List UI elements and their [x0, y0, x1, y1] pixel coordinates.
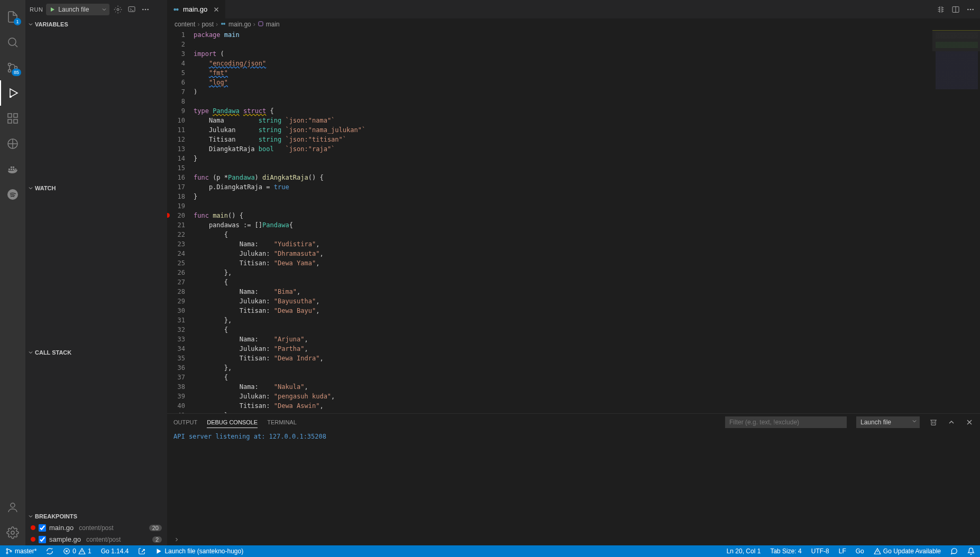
explorer-icon[interactable]: 1 — [0, 4, 25, 30]
spotify-icon[interactable] — [0, 182, 25, 207]
activity-bar: 1 85 — [0, 0, 25, 545]
breakpoint-checkbox[interactable] — [39, 536, 46, 543]
tab-main-go[interactable]: main.go — [167, 0, 226, 18]
svg-point-4 — [10, 96, 12, 98]
debug-sidebar: RUN Launch file VARIABLES — [25, 0, 167, 545]
settings-gear-icon[interactable] — [0, 520, 25, 545]
svg-point-12 — [11, 531, 14, 534]
svg-point-13 — [117, 8, 119, 11]
variables-body — [25, 30, 167, 182]
svg-point-23 — [972, 8, 974, 10]
watch-body — [25, 194, 167, 346]
launch-config-select[interactable]: Launch file — [46, 4, 109, 15]
notifications-icon[interactable] — [965, 545, 977, 557]
editor-area: main.go content› post› main.go› main 123… — [167, 0, 980, 545]
go-version[interactable]: Go 1.14.4 — [99, 545, 131, 557]
clear-icon[interactable] — [929, 418, 938, 426]
split-editor-icon[interactable] — [951, 5, 960, 14]
code-editor[interactable]: 1234567891011121314151617181920212223242… — [167, 30, 980, 413]
svg-rect-7 — [8, 119, 12, 123]
docker-icon[interactable] — [0, 156, 25, 182]
breakpoint-dot-icon — [31, 537, 35, 542]
tab-output[interactable]: OUTPUT — [173, 417, 197, 428]
svg-point-15 — [142, 8, 144, 10]
svg-point-29 — [10, 551, 12, 552]
git-branch[interactable]: master* — [3, 545, 39, 557]
run-debug-icon[interactable] — [0, 80, 25, 106]
tab-bar: main.go — [167, 0, 980, 18]
svg-rect-6 — [14, 114, 17, 117]
feedback-icon[interactable] — [948, 545, 960, 557]
svg-point-25 — [223, 23, 225, 25]
compare-icon[interactable] — [937, 5, 945, 14]
svg-point-22 — [970, 8, 972, 10]
breakpoints-body: main.go content/post 20 sample.go conten… — [25, 522, 167, 545]
run-title: RUN — [30, 6, 43, 13]
go-file-icon — [220, 21, 226, 29]
bottom-panel: OUTPUT DEBUG CONSOLE TERMINAL Launch fil… — [167, 413, 980, 545]
svg-point-1 — [8, 63, 11, 66]
watch-header[interactable]: WATCH — [25, 182, 167, 194]
svg-rect-8 — [14, 119, 17, 123]
breakpoint-checkbox[interactable] — [39, 524, 46, 532]
problems[interactable]: 0 1 — [61, 545, 93, 557]
svg-point-2 — [8, 70, 11, 72]
more-icon[interactable] — [966, 5, 975, 14]
source-control-icon[interactable]: 85 — [0, 55, 25, 80]
gear-icon[interactable] — [113, 4, 123, 15]
go-file-icon — [172, 6, 180, 13]
close-icon[interactable] — [965, 418, 974, 426]
status-bar: master* 0 1 Go 1.14.4 Launch file (sante… — [0, 545, 980, 557]
tab-size[interactable]: Tab Size: 4 — [768, 545, 803, 557]
debug-console-output: API server listening at: 127.0.0.1:35208 — [167, 431, 980, 534]
svg-point-16 — [145, 8, 146, 10]
tab-terminal[interactable]: TERMINAL — [267, 417, 297, 428]
language-mode[interactable]: Go — [854, 545, 866, 557]
chevron-up-icon[interactable] — [947, 418, 956, 426]
scm-badge: 85 — [12, 69, 21, 76]
svg-point-21 — [967, 8, 969, 10]
account-icon[interactable] — [0, 495, 25, 520]
breakpoint-row[interactable]: main.go content/post 20 — [25, 522, 167, 534]
callstack-body — [25, 358, 167, 510]
analysis-icon[interactable] — [136, 545, 148, 557]
extensions-icon[interactable] — [0, 106, 25, 131]
svg-point-24 — [221, 23, 223, 25]
svg-rect-26 — [259, 22, 263, 26]
breadcrumb[interactable]: content› post› main.go› main — [167, 18, 980, 30]
variables-header[interactable]: VARIABLES — [25, 18, 167, 30]
close-icon[interactable] — [213, 6, 220, 13]
breakpoints-header[interactable]: BREAKPOINTS — [25, 510, 167, 522]
svg-point-0 — [8, 38, 16, 45]
debug-status[interactable]: Launch file (santekno-hugo) — [153, 545, 245, 557]
svg-rect-5 — [8, 114, 12, 117]
breakpoint-row[interactable]: sample.go content/post 2 — [25, 534, 167, 545]
svg-point-19 — [176, 8, 179, 11]
minimap[interactable] — [932, 30, 980, 413]
svg-point-27 — [6, 549, 8, 550]
explorer-badge: 1 — [14, 18, 21, 25]
breakpoint-dot-icon — [31, 525, 35, 530]
svg-point-17 — [148, 8, 149, 10]
repl-input[interactable] — [167, 534, 980, 545]
callstack-header[interactable]: CALL STACK — [25, 347, 167, 358]
tab-debug-console[interactable]: DEBUG CONSOLE — [207, 417, 258, 428]
svg-rect-14 — [129, 6, 135, 11]
eol[interactable]: LF — [837, 545, 848, 557]
encoding[interactable]: UTF-8 — [809, 545, 831, 557]
remote-icon[interactable] — [0, 131, 25, 156]
svg-point-18 — [173, 8, 176, 11]
svg-point-11 — [11, 503, 15, 507]
go-update[interactable]: Go Update Available — [872, 545, 943, 557]
more-icon[interactable] — [140, 4, 151, 15]
sync-icon[interactable] — [44, 545, 56, 557]
filter-input[interactable] — [725, 416, 847, 428]
panel-launch-select[interactable]: Launch file — [856, 416, 920, 428]
debug-console-icon[interactable] — [126, 4, 137, 15]
cursor-position[interactable]: Ln 20, Col 1 — [725, 545, 763, 557]
svg-point-28 — [6, 552, 8, 554]
symbol-icon — [258, 21, 264, 29]
search-icon[interactable] — [0, 30, 25, 55]
